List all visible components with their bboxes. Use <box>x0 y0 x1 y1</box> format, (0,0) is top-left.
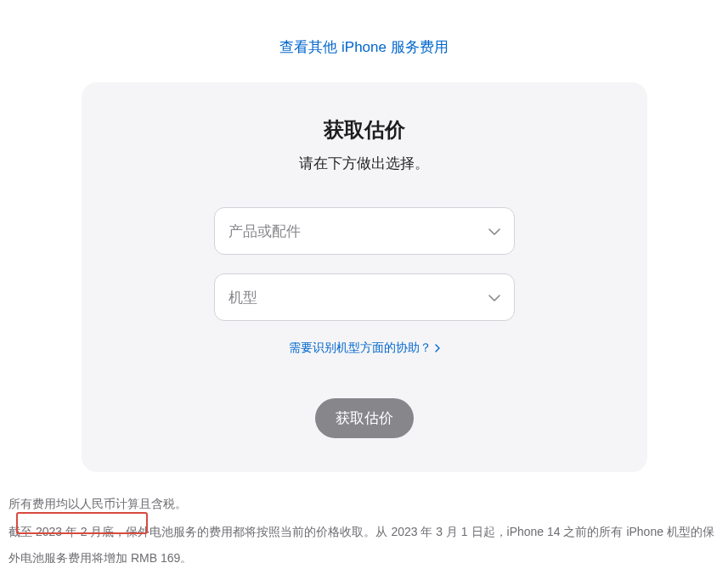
footer-note-2: 截至 2023 年 2 月底，保外电池服务的费用都将按照当前的价格收取。从 20… <box>8 519 720 563</box>
product-select-placeholder: 产品或配件 <box>229 222 301 241</box>
other-services-link[interactable]: 查看其他 iPhone 服务费用 <box>279 39 448 55</box>
model-select-placeholder: 机型 <box>229 288 257 307</box>
get-estimate-button[interactable]: 获取估价 <box>315 398 414 438</box>
submit-row: 获取估价 <box>133 398 596 438</box>
chevron-down-icon <box>488 289 500 306</box>
identify-model-help-link[interactable]: 需要识别机型方面的协助？ <box>289 341 440 356</box>
help-link-label: 需要识别机型方面的协助？ <box>289 341 432 356</box>
model-select[interactable]: 机型 <box>214 273 515 321</box>
chevron-down-icon <box>488 222 500 239</box>
model-select-wrap: 机型 <box>214 273 515 321</box>
chevron-right-icon <box>435 341 440 355</box>
footer-note-1: 所有费用均以人民币计算且含税。 <box>8 491 720 517</box>
product-select[interactable]: 产品或配件 <box>214 207 515 255</box>
card-title: 获取估价 <box>133 116 596 144</box>
estimate-card: 获取估价 请在下方做出选择。 产品或配件 机型 需要识别机型方面的协助？ 获取估… <box>82 82 647 472</box>
product-select-wrap: 产品或配件 <box>214 207 515 255</box>
top-link-container: 查看其他 iPhone 服务费用 <box>0 0 728 82</box>
card-subtitle: 请在下方做出选择。 <box>133 154 596 173</box>
footer: 所有费用均以人民币计算且含税。 截至 2023 年 2 月底，保外电池服务的费用… <box>0 472 728 563</box>
